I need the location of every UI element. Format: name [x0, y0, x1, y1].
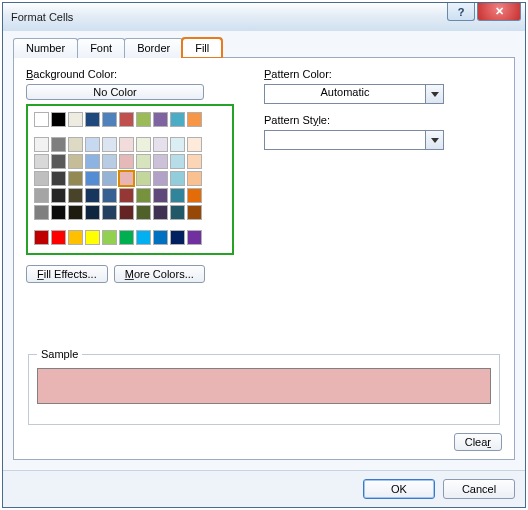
chevron-down-icon[interactable] [425, 131, 443, 149]
color-swatch[interactable] [153, 137, 168, 152]
chevron-down-icon[interactable] [425, 85, 443, 103]
color-swatch[interactable] [102, 112, 117, 127]
sample-group: Sample [28, 348, 500, 425]
color-swatch[interactable] [170, 137, 185, 152]
color-swatch[interactable] [68, 230, 83, 245]
color-swatch[interactable] [187, 137, 202, 152]
color-swatch[interactable] [51, 171, 66, 186]
cancel-button[interactable]: Cancel [443, 479, 515, 499]
color-swatch[interactable] [187, 230, 202, 245]
right-column: Pattern Color: Automatic Pattern Style: [264, 68, 502, 283]
color-swatch[interactable] [153, 171, 168, 186]
color-swatch[interactable] [153, 205, 168, 220]
help-button[interactable]: ? [447, 3, 475, 21]
no-color-button[interactable]: No Color [26, 84, 204, 100]
color-swatch[interactable] [136, 205, 151, 220]
tabstrip: Number Font Border Fill [13, 37, 515, 58]
color-swatch[interactable] [85, 171, 100, 186]
color-swatch[interactable] [119, 171, 134, 186]
color-swatch[interactable] [136, 171, 151, 186]
dialog-body: Number Font Border Fill Background Color… [3, 31, 525, 470]
tab-font[interactable]: Font [77, 38, 125, 58]
color-swatch[interactable] [119, 137, 134, 152]
more-colors-button[interactable]: More Colors... [114, 265, 205, 283]
format-cells-dialog: Format Cells ? ✕ Number Font Border Fill… [2, 2, 526, 508]
color-swatch[interactable] [102, 205, 117, 220]
tab-number[interactable]: Number [13, 38, 78, 58]
pattern-color-label: Pattern Color: [264, 68, 502, 80]
color-swatch[interactable] [51, 205, 66, 220]
pattern-color-value: Automatic [265, 85, 425, 103]
color-swatch[interactable] [119, 112, 134, 127]
color-swatch[interactable] [68, 154, 83, 169]
pattern-style-combo[interactable] [264, 130, 444, 150]
pattern-color-combo[interactable]: Automatic [264, 84, 444, 104]
color-swatch[interactable] [102, 230, 117, 245]
color-swatch[interactable] [102, 171, 117, 186]
color-swatch[interactable] [34, 112, 49, 127]
color-swatch[interactable] [136, 112, 151, 127]
color-swatch[interactable] [170, 112, 185, 127]
tab-fill[interactable]: Fill [182, 38, 222, 58]
color-swatch[interactable] [136, 188, 151, 203]
color-swatch[interactable] [153, 230, 168, 245]
color-swatch[interactable] [85, 188, 100, 203]
color-swatch[interactable] [85, 137, 100, 152]
color-swatch[interactable] [119, 188, 134, 203]
color-swatch[interactable] [85, 205, 100, 220]
color-swatch[interactable] [85, 154, 100, 169]
color-swatch[interactable] [170, 171, 185, 186]
color-swatch[interactable] [187, 171, 202, 186]
fill-panel: Background Color: No Color Fill Effects.… [13, 58, 515, 460]
color-swatch[interactable] [170, 154, 185, 169]
color-swatch[interactable] [170, 205, 185, 220]
color-swatches [26, 104, 234, 255]
color-swatch[interactable] [34, 154, 49, 169]
color-swatch[interactable] [51, 137, 66, 152]
color-swatch[interactable] [136, 154, 151, 169]
color-swatch[interactable] [119, 230, 134, 245]
color-swatch[interactable] [102, 188, 117, 203]
color-swatch[interactable] [34, 230, 49, 245]
color-swatch[interactable] [136, 137, 151, 152]
color-swatch[interactable] [85, 230, 100, 245]
color-swatch[interactable] [102, 137, 117, 152]
color-swatch[interactable] [68, 137, 83, 152]
color-swatch[interactable] [119, 154, 134, 169]
close-button[interactable]: ✕ [477, 3, 521, 21]
color-swatch[interactable] [187, 205, 202, 220]
color-swatch[interactable] [51, 188, 66, 203]
color-swatch[interactable] [153, 112, 168, 127]
color-swatch[interactable] [136, 230, 151, 245]
color-swatch[interactable] [102, 154, 117, 169]
background-color-label: Background Color: [26, 68, 234, 80]
color-swatch[interactable] [119, 205, 134, 220]
color-swatch[interactable] [68, 188, 83, 203]
fill-effects-button[interactable]: Fill Effects... [26, 265, 108, 283]
titlebar: Format Cells ? ✕ [3, 3, 525, 31]
color-swatch[interactable] [51, 154, 66, 169]
color-swatch[interactable] [51, 230, 66, 245]
color-swatch[interactable] [187, 154, 202, 169]
clear-button[interactable]: Clear [454, 433, 502, 451]
tab-border[interactable]: Border [124, 38, 183, 58]
ok-button[interactable]: OK [363, 479, 435, 499]
color-swatch[interactable] [34, 137, 49, 152]
color-swatch[interactable] [68, 112, 83, 127]
color-swatch[interactable] [51, 112, 66, 127]
pattern-style-label: Pattern Style: [264, 114, 502, 126]
color-swatch[interactable] [34, 188, 49, 203]
color-swatch[interactable] [34, 171, 49, 186]
color-swatch[interactable] [170, 188, 185, 203]
color-swatch[interactable] [153, 154, 168, 169]
color-swatch[interactable] [34, 205, 49, 220]
color-swatch[interactable] [68, 171, 83, 186]
left-column: Background Color: No Color Fill Effects.… [26, 68, 234, 283]
color-swatch[interactable] [170, 230, 185, 245]
color-swatch[interactable] [85, 112, 100, 127]
window-buttons: ? ✕ [445, 3, 521, 21]
color-swatch[interactable] [187, 112, 202, 127]
color-swatch[interactable] [187, 188, 202, 203]
color-swatch[interactable] [153, 188, 168, 203]
color-swatch[interactable] [68, 205, 83, 220]
